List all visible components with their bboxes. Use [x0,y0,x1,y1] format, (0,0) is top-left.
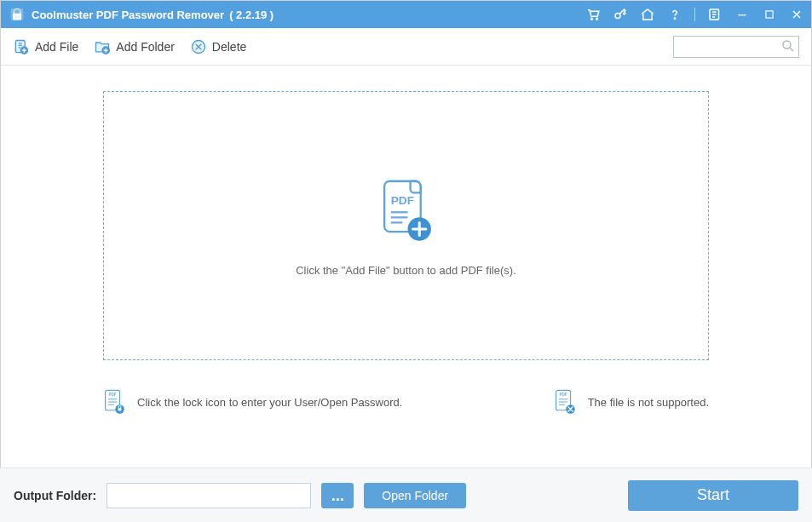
svg-text:PDF: PDF [390,194,413,207]
output-folder-input[interactable] [107,483,311,508]
search-box [673,36,799,58]
legend-lock-text: Click the lock icon to enter your User/O… [137,396,402,409]
toolbar: Add File Add Folder Delete [1,28,811,66]
browse-button[interactable]: ... [321,483,354,508]
feedback-icon[interactable] [707,7,723,22]
delete-button[interactable]: Delete [190,38,246,55]
svg-text:PDF: PDF [109,393,117,398]
delete-label: Delete [212,40,246,54]
cart-icon[interactable] [585,7,601,22]
legend-unsupported-text: The file is not supported. [588,396,709,409]
legend-lock: PDF Click the lock icon to enter your Us… [103,389,402,415]
legend-unsupported: PDF The file is not supported. [554,389,709,415]
app-title: Coolmuster PDF Password Remover [32,9,224,21]
maximize-icon[interactable] [762,7,777,22]
svg-point-4 [596,18,598,20]
svg-text:PDF: PDF [559,393,567,398]
drop-instruction: Click the "Add File" button to add PDF f… [296,264,516,277]
pdf-lock-icon: PDF [103,389,125,415]
legend-row: PDF Click the lock icon to enter your Us… [103,360,709,415]
svg-point-5 [615,14,620,19]
delete-icon [190,38,207,55]
svg-rect-2 [14,16,20,18]
output-folder-label: Output Folder: [14,489,96,502]
add-folder-button[interactable]: Add Folder [94,38,174,55]
footer-bar: Output Folder: ... Open Folder Start [0,468,812,522]
open-folder-button[interactable]: Open Folder [364,483,466,508]
search-icon[interactable] [780,38,796,54]
add-file-button[interactable]: Add File [13,38,78,55]
pdf-drop-icon: PDF [374,175,439,254]
main-area: PDF Click the "Add File" button to add P… [1,66,811,423]
app-version: ( 2.2.19 ) [229,9,274,21]
close-icon[interactable] [789,7,804,22]
home-icon[interactable] [640,7,655,22]
key-icon[interactable] [613,7,628,22]
minimize-icon[interactable] [734,7,750,22]
title-bar: Coolmuster PDF Password Remover ( 2.2.19… [1,1,811,28]
help-icon[interactable] [667,7,682,22]
add-folder-label: Add Folder [116,40,174,54]
start-button[interactable]: Start [628,480,798,511]
svg-rect-8 [766,11,773,18]
app-icon [9,7,25,22]
pdf-unsupported-icon: PDF [554,389,576,415]
add-file-icon [13,38,30,55]
add-folder-icon [94,38,111,55]
svg-point-6 [674,18,676,20]
drop-area[interactable]: PDF Click the "Add File" button to add P… [103,91,709,360]
svg-rect-26 [118,408,122,410]
svg-point-13 [783,41,791,49]
add-file-label: Add File [35,40,78,54]
separator [694,8,695,21]
svg-point-3 [591,18,593,20]
